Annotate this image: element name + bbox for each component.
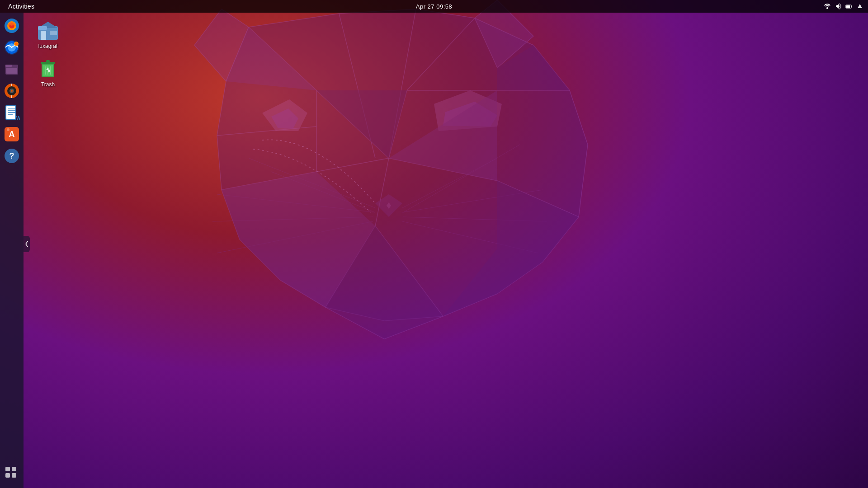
svg-rect-106 [41, 31, 46, 40]
svg-rect-107 [50, 31, 57, 35]
desktop-icon-home[interactable]: luxagraf [30, 16, 66, 51]
sidebar-item-thunderbird[interactable] [2, 38, 21, 57]
topbar-right [824, 3, 863, 10]
sidebar-item-help[interactable]: ? [2, 146, 21, 165]
trash-icon-label: Trash [41, 81, 55, 88]
volume-icon[interactable] [835, 3, 842, 10]
sidebar-dock: W A ? [0, 13, 24, 488]
sidebar-item-files[interactable] [2, 60, 21, 79]
sidebar-item-rhythmbox[interactable] [2, 81, 21, 100]
svg-rect-70 [846, 5, 850, 8]
wallpaper-cat: .cat-line { stroke: #9b4dbd; stroke-widt… [0, 0, 868, 488]
svg-rect-101 [12, 467, 16, 471]
network-icon[interactable] [824, 3, 831, 10]
trash-icon [36, 56, 60, 80]
svg-rect-81 [6, 68, 17, 74]
system-menu-icon[interactable] [856, 3, 863, 10]
desktop-icon-trash[interactable]: Trash [30, 55, 66, 89]
topbar-left: Activities [5, 3, 38, 10]
svg-rect-80 [5, 65, 12, 67]
sidebar-item-software[interactable]: A [2, 125, 21, 144]
svg-rect-105 [38, 26, 47, 30]
battery-icon[interactable] [845, 3, 853, 10]
svg-rect-69 [851, 6, 852, 7]
svg-point-78 [15, 42, 18, 45]
svg-rect-111 [46, 60, 50, 62]
topbar: Activities Apr 27 09:58 [0, 0, 868, 13]
svg-text:?: ? [9, 151, 14, 160]
svg-point-67 [826, 7, 828, 9]
activities-button[interactable]: Activities [5, 3, 38, 10]
sidebar-item-firefox[interactable] [2, 16, 21, 35]
svg-rect-100 [5, 467, 10, 471]
hide-dock-button[interactable] [24, 236, 30, 252]
sidebar-item-writer[interactable]: W [2, 103, 21, 122]
svg-rect-103 [12, 473, 16, 478]
desktop-icons-area: luxagraf [30, 16, 66, 89]
show-apps-button[interactable] [2, 464, 21, 483]
svg-rect-102 [5, 473, 10, 478]
svg-text:W: W [16, 116, 20, 121]
home-icon [36, 18, 60, 42]
svg-point-97 [7, 128, 9, 131]
svg-point-85 [11, 90, 13, 92]
desktop: .cat-line { stroke: #9b4dbd; stroke-widt… [0, 0, 868, 488]
home-icon-label: luxagraf [38, 43, 58, 49]
topbar-datetime: Apr 27 09:58 [416, 3, 452, 10]
svg-text:A: A [9, 130, 15, 139]
